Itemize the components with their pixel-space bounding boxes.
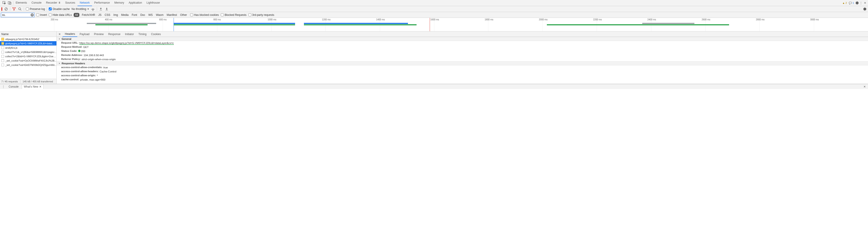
top-tab-performance[interactable]: Performance	[92, 0, 112, 6]
top-tab-memory[interactable]: Memory	[112, 0, 126, 6]
request-name: analytics.js	[5, 46, 18, 49]
document-icon	[1, 46, 4, 49]
messages-badge[interactable]: 💬1	[848, 2, 855, 4]
drawer-more-icon[interactable]: ⋮	[1, 84, 5, 89]
type-filter-wasm[interactable]: Wasm	[155, 13, 165, 17]
type-filter-css[interactable]: CSS	[103, 13, 112, 17]
detail-tab-timing[interactable]: Timing	[136, 32, 149, 37]
request-row[interactable]: _set_cookie?val=OyOCKMWwF4X2JhJ%2B…	[0, 58, 56, 63]
type-filter-js[interactable]: JS	[97, 13, 103, 17]
type-filter-media[interactable]: Media	[120, 13, 130, 17]
type-filter-other[interactable]: Other	[179, 13, 188, 17]
search-icon[interactable]	[18, 7, 22, 11]
request-row[interactable]: gtottpwgmj.js?id=G-VM9YCFJZ0L&l=dataL…	[0, 41, 56, 45]
timeline-tick: 3000 ms	[810, 18, 819, 21]
inspect-icon[interactable]	[2, 1, 6, 5]
network-settings-gear-icon[interactable]	[863, 7, 867, 11]
timeline-tick: 2200 ms	[593, 18, 602, 21]
timeline-tick: 800 ms	[214, 18, 221, 21]
request-detail-panel: ✕ HeadersPayloadPreviewResponseInitiator…	[57, 31, 868, 84]
request-row[interactable]: analytics.js	[0, 45, 56, 50]
request-list: ottpwgmj.js?id=GTM-KZ6S45Zgtottpwgmj.js?…	[0, 37, 56, 79]
close-drawer-icon[interactable]: ✕	[863, 84, 867, 89]
top-tab-sources[interactable]: Sources	[63, 0, 78, 6]
svg-line-4	[5, 8, 7, 10]
type-filter-all[interactable]: All	[74, 13, 79, 17]
header-row: cache-control:private, max-age=900	[57, 78, 868, 82]
devtools-top-bar: ElementsConsoleRecorder ⏸SourcesNetworkP…	[0, 0, 868, 6]
request-row[interactable]: ottpwgmj.js?id=GTM-KZ6S45Z	[0, 37, 56, 41]
header-row: Request Method:GET	[57, 45, 868, 49]
detail-tab-headers[interactable]: Headers	[63, 31, 77, 37]
header-row: access-control-allow-origin:*	[57, 74, 868, 78]
svg-point-5	[19, 8, 21, 10]
request-list-header[interactable]: Name	[0, 31, 56, 37]
top-tab-console[interactable]: Console	[29, 0, 44, 6]
blocked-requests-checkbox[interactable]: Blocked Requests	[221, 13, 247, 16]
request-list-panel: Name ottpwgmj.js?id=GTM-KZ6S45Zgtottpwgm…	[0, 31, 57, 84]
type-filter-font[interactable]: Font	[130, 13, 138, 17]
settings-gear-icon[interactable]	[855, 1, 859, 5]
network-conditions-icon[interactable]	[91, 7, 95, 11]
preserve-log-checkbox[interactable]: Preserve log	[26, 7, 45, 11]
clear-icon[interactable]	[4, 7, 8, 11]
close-detail-icon[interactable]: ✕	[57, 33, 63, 36]
header-row: Remote Address:104.198.8.50:443	[57, 53, 868, 57]
detail-tab-initiator[interactable]: Initiator	[123, 32, 136, 37]
script-icon	[1, 38, 4, 40]
hide-data-urls-checkbox[interactable]: Hide data URLs	[49, 13, 72, 16]
detail-tab-cookies[interactable]: Cookies	[149, 32, 163, 37]
header-row: Referrer Policy:strict-origin-when-cross…	[57, 57, 868, 61]
close-icon[interactable]: ✕	[39, 85, 41, 88]
network-toolbar: Preserve log Disable cache No throttling…	[0, 6, 868, 12]
detail-tab-response[interactable]: Response	[106, 32, 123, 37]
document-icon	[1, 55, 4, 58]
request-name: gtottpwgmj.js?id=G-VM9YCFJZ0L&l=dataL…	[5, 42, 55, 45]
blocked-cookies-checkbox[interactable]: Has blocked cookies	[190, 13, 219, 16]
resource-type-filters: AllFetch/XHRJSCSSImgMediaFontDocWSWasmMa…	[74, 13, 188, 17]
download-har-icon[interactable]	[105, 7, 109, 11]
detail-tab-preview[interactable]: Preview	[92, 32, 106, 37]
request-name: ottpwgmj.js?id=GTM-KZ6S45Z	[5, 38, 39, 40]
type-filter-ws[interactable]: WS	[147, 13, 154, 17]
warnings-badge[interactable]: ▲2	[841, 2, 848, 4]
type-filter-manifest[interactable]: Manifest	[165, 13, 178, 17]
top-tab-elements[interactable]: Elements	[13, 0, 29, 6]
device-toggle-icon[interactable]	[8, 1, 12, 5]
request-name: collect?v=2&tid=G-VM9YCFJZ0L&gtm=2oe…	[5, 55, 56, 58]
throttling-select[interactable]: No throttling ▼	[72, 7, 89, 11]
record-button[interactable]	[1, 7, 2, 11]
request-row[interactable]: collect?v=2&tid=G-VM9YCFJZ0L&gtm=2oe…	[0, 54, 56, 58]
waterfall-overview[interactable]: 200 ms400 ms600 ms800 ms1000 ms1200 ms14…	[0, 18, 868, 31]
section-header[interactable]: General	[57, 37, 868, 41]
invert-checkbox[interactable]: Invert	[36, 13, 47, 16]
detail-tab-payload[interactable]: Payload	[77, 32, 92, 37]
clear-filter-icon[interactable]: ✕	[31, 13, 34, 16]
more-icon[interactable]: ⋮	[859, 1, 863, 5]
type-filter-doc[interactable]: Doc	[139, 13, 146, 17]
filter-input[interactable]	[1, 13, 34, 17]
top-tab-recorder[interactable]: Recorder ⏸	[44, 0, 63, 6]
document-icon	[1, 51, 4, 54]
third-party-checkbox[interactable]: 3rd-party requests	[248, 13, 274, 16]
type-filter-fetchxhr[interactable]: Fetch/XHR	[81, 13, 97, 17]
svg-line-6	[21, 9, 21, 10]
svg-point-7	[93, 10, 93, 11]
drawer-tab-whatsnew[interactable]: What's New ✕	[22, 84, 43, 89]
svg-rect-1	[8, 2, 10, 4]
request-row[interactable]: _set_cookie?val=EktDTMX8bDQrfZ0gumWe…	[0, 63, 56, 67]
request-row[interactable]: collect?v=1&_v=j96&a=566988651&t=pagev…	[0, 50, 56, 54]
drawer-tab-console[interactable]: Console	[7, 84, 21, 89]
filter-funnel-icon[interactable]	[12, 7, 16, 11]
upload-har-icon[interactable]	[99, 7, 103, 11]
close-devtools-icon[interactable]: ✕	[863, 1, 867, 5]
disable-cache-checkbox[interactable]: Disable cache	[49, 7, 69, 11]
top-tab-network[interactable]: Network	[78, 0, 92, 6]
top-tab-application[interactable]: Application	[126, 0, 144, 6]
section-header[interactable]: Response Headers	[57, 61, 868, 65]
request-name: _set_cookie?val=OyOCKMWwF4X2JhJ%2B…	[5, 59, 56, 62]
timeline-tick: 600 ms	[159, 18, 166, 21]
top-tab-lighthouse[interactable]: Lighthouse	[144, 0, 162, 6]
type-filter-img[interactable]: Img	[112, 13, 119, 17]
header-row: access-control-allow-credentials:true	[57, 65, 868, 69]
